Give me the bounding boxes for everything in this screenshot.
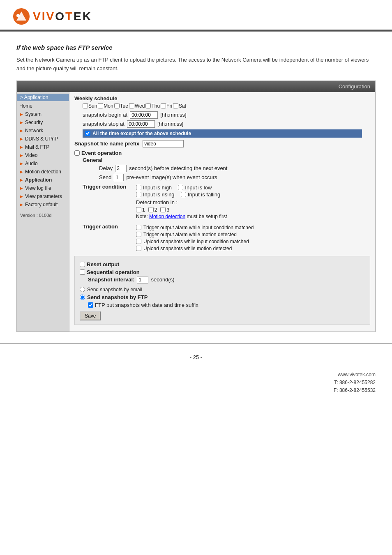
sidebar-item-application[interactable]: ► Application <box>17 176 69 184</box>
mail-label: Mail & FTP <box>25 144 49 150</box>
snapshot-prefix-row: Snapshot file name prefix <box>74 140 370 147</box>
save-button[interactable]: Save <box>80 311 101 320</box>
svg-point-2 <box>16 14 20 17</box>
send-row: Send pre-event image(s) when event occur… <box>99 174 370 181</box>
sidebar-item-viewlog[interactable]: ► View log file <box>17 184 69 192</box>
security-arrow: ► <box>19 120 24 125</box>
sidebar: > Application Home ► System ► Security ►… <box>17 92 69 332</box>
sidebar-breadcrumb: > Application <box>17 94 69 101</box>
all-time-label: All the time except for the above schedu… <box>92 131 191 136</box>
sidebar-item-viewparams[interactable]: ► View parameters <box>17 192 69 200</box>
tue-checkbox[interactable] <box>114 103 120 108</box>
trigger-action-3-checkbox[interactable] <box>136 239 141 244</box>
snapshot-prefix-input[interactable] <box>143 140 184 147</box>
trigger-action-4: Upload snapshots while motion detected <box>136 246 254 251</box>
snapshots-stop-label: snapshots stop at <box>83 121 125 127</box>
ftp-date-suffix-checkbox[interactable] <box>88 302 93 308</box>
sidebar-item-factory[interactable]: ► Factory default <box>17 200 69 209</box>
snapshot-prefix-label: Snapshot file name prefix <box>74 140 139 147</box>
trigger-action-items: Trigger output alarm while input conditi… <box>136 223 254 253</box>
sidebar-item-network[interactable]: ► Network <box>17 127 69 135</box>
trigger-action-label-col: Trigger action <box>83 223 136 253</box>
general-section: General Delay second(s) before detecting… <box>83 157 370 253</box>
input-falling-label: Input is falling <box>188 191 221 198</box>
sidebar-item-audio[interactable]: ► Audio <box>17 159 69 168</box>
video-arrow: ► <box>19 153 24 158</box>
form-area: Weekly schedule Sun Mon Tue <box>69 92 375 332</box>
config-body: > Application Home ► System ► Security ►… <box>17 92 375 332</box>
motion-3-checkbox[interactable] <box>160 207 166 212</box>
logo: VIVOTEK <box>12 7 380 25</box>
send-ftp-row: Send snapshots by FTP <box>80 294 365 300</box>
send-label: Send <box>99 174 111 180</box>
sidebar-item-video[interactable]: ► Video <box>17 151 69 159</box>
sequential-operation-checkbox[interactable] <box>80 269 85 275</box>
motion-label: Motion detection <box>25 169 61 175</box>
sidebar-item-motion[interactable]: ► Motion detection <box>17 168 69 176</box>
input-rising-checkbox[interactable] <box>136 192 141 197</box>
snapshots-begin-unit: [hh:mm:ss] <box>160 112 187 118</box>
mon-checkbox[interactable] <box>98 103 103 108</box>
day-sun: Sun <box>83 103 97 109</box>
config-header: Configuration <box>17 81 375 92</box>
reset-output-checkbox[interactable] <box>80 262 85 267</box>
input-high-row: Input is high Input is low <box>136 184 227 191</box>
trigger-action-1-label: Trigger output alarm while input conditi… <box>143 225 254 230</box>
input-low-checkbox[interactable] <box>178 185 183 190</box>
reset-section: Reset output Sequential operation Snapsh… <box>74 256 370 325</box>
input-high-label: Input is high <box>143 184 172 191</box>
sequential-operation-label: Sequential operation <box>87 269 140 275</box>
snapshots-stop-row: snapshots stop at [hh:mm:ss] <box>83 120 370 128</box>
send-email-label: Send snapshots by email <box>87 287 142 292</box>
trigger-action-1-checkbox[interactable] <box>136 225 141 230</box>
sun-checkbox[interactable] <box>83 103 88 108</box>
motion-2-label: 2 <box>154 207 157 213</box>
ddns-label: DDNS & UPnP <box>25 136 58 142</box>
send-email-radio[interactable] <box>80 287 85 292</box>
motion-2-item: 2 <box>148 207 157 213</box>
page-header: VIVOTEK <box>0 0 392 31</box>
event-operation-checkbox[interactable] <box>74 150 80 156</box>
network-arrow: ► <box>19 128 24 133</box>
day-mon: Mon <box>98 103 113 109</box>
snapshots-stop-unit: [hh:mm:ss] <box>157 121 184 127</box>
snapshots-begin-input[interactable] <box>130 111 158 119</box>
wed-checkbox[interactable] <box>129 103 134 108</box>
trigger-action-3: Upload snapshots while input condition m… <box>136 239 254 244</box>
sequential-operation-row: Sequential operation <box>80 269 365 275</box>
snapshot-interval-input[interactable] <box>137 276 148 283</box>
sidebar-item-ddns[interactable]: ► DDNS & UPnP <box>17 135 69 143</box>
delay-row: Delay second(s) before detecting the nex… <box>99 165 370 172</box>
motion-1-checkbox[interactable] <box>136 207 141 212</box>
trigger-layout: Trigger condition Input is high Input is… <box>83 184 370 220</box>
config-panel: Configuration > Application Home ► Syste… <box>16 81 376 332</box>
motion-note-prefix: Note: <box>136 214 148 219</box>
sidebar-item-home[interactable]: Home <box>17 102 69 110</box>
mail-arrow: ► <box>19 145 24 150</box>
sun-label: Sun <box>88 103 97 109</box>
motion-detection-link[interactable]: Motion detection <box>149 214 185 219</box>
motion-2-checkbox[interactable] <box>148 207 154 212</box>
fri-checkbox[interactable] <box>161 103 166 108</box>
sidebar-item-system[interactable]: ► System <box>17 110 69 118</box>
trigger-condition-label: Trigger condition <box>83 184 136 190</box>
trigger-action-2-checkbox[interactable] <box>136 232 141 237</box>
section-title: If the web space has FTP service <box>16 44 376 51</box>
input-rising-row: Input is rising Input is falling <box>136 191 227 198</box>
motion-note-suffix: must be setup first <box>187 214 227 219</box>
snapshots-stop-input[interactable] <box>127 120 155 128</box>
factory-arrow: ► <box>19 202 24 207</box>
delay-suffix: second(s) before detecting the next even… <box>129 165 227 171</box>
trigger-action-4-checkbox[interactable] <box>136 246 141 251</box>
send-ftp-radio[interactable] <box>80 295 85 300</box>
motion-note: Note: Motion detection must be setup fir… <box>136 214 227 219</box>
send-input[interactable] <box>114 174 124 181</box>
thu-checkbox[interactable] <box>145 103 151 108</box>
sidebar-item-security[interactable]: ► Security <box>17 118 69 127</box>
sidebar-item-mail[interactable]: ► Mail & FTP <box>17 143 69 151</box>
all-time-checkbox[interactable] <box>85 131 90 136</box>
sat-checkbox[interactable] <box>173 103 178 108</box>
delay-input[interactable] <box>115 165 127 172</box>
input-falling-checkbox[interactable] <box>181 192 186 197</box>
input-high-checkbox[interactable] <box>136 185 141 190</box>
